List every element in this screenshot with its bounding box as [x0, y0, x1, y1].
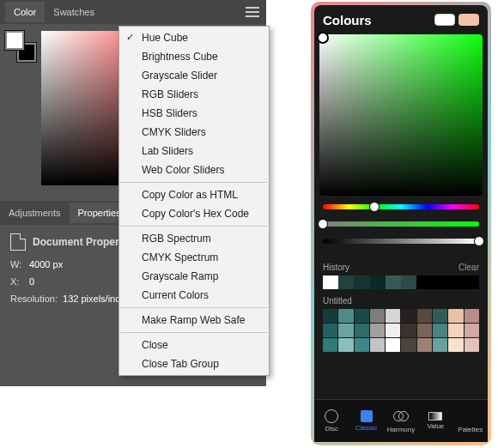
mode-harmony[interactable]: Harmony — [385, 409, 417, 433]
width-label: W: — [10, 259, 24, 269]
palette-swatch[interactable] — [370, 324, 385, 337]
palette-swatch[interactable] — [433, 324, 447, 337]
menu-item-rgb-spectrum[interactable]: RGB Spectrum — [119, 229, 269, 248]
history-swatch[interactable] — [354, 275, 369, 289]
panel-menu-icon[interactable] — [246, 7, 259, 17]
palette-swatch[interactable] — [465, 324, 479, 337]
resolution-label: Resolution: — [10, 294, 58, 304]
menu-item-current-colors[interactable]: Current Colors — [119, 286, 269, 305]
palette-swatch[interactable] — [465, 338, 479, 352]
palette-swatch[interactable] — [417, 338, 432, 352]
hsb-sliders — [314, 196, 488, 259]
history-swatch[interactable] — [338, 275, 354, 289]
history-section: History Clear — [314, 259, 488, 293]
history-swatch[interactable] — [416, 275, 432, 289]
saturation-slider-thumb[interactable] — [318, 219, 328, 229]
x-label: X: — [10, 276, 24, 287]
palette-swatch[interactable] — [465, 309, 479, 323]
menu-item-web-color-sliders[interactable]: Web Color Sliders — [119, 160, 269, 179]
palette-swatch[interactable] — [323, 338, 337, 352]
menu-item-close[interactable]: Close — [119, 336, 269, 354]
menu-item-cmyk-sliders[interactable]: CMYK Sliders — [119, 123, 269, 142]
menu-item-lab-sliders[interactable]: Lab Sliders — [119, 142, 269, 160]
palette-swatch[interactable] — [417, 309, 432, 323]
mode-disc[interactable]: Disc — [315, 409, 348, 433]
history-swatch[interactable] — [464, 275, 479, 289]
menu-item-hue-cube[interactable]: Hue Cube✓ — [119, 28, 269, 47]
history-clear-button[interactable]: Clear — [459, 263, 479, 272]
palette-swatch[interactable] — [448, 338, 463, 352]
document-icon — [10, 233, 26, 251]
palette-swatch[interactable] — [401, 309, 416, 323]
mode-palettes[interactable]: Palettes — [454, 409, 487, 433]
menu-item-grayscale-slider[interactable]: Grayscale Slider — [119, 66, 269, 85]
menu-item-rgb-sliders[interactable]: RGB Sliders — [119, 85, 269, 104]
menu-item-close-tab-group[interactable]: Close Tab Group — [119, 354, 269, 373]
brightness-slider-thumb[interactable] — [474, 236, 484, 246]
palette-swatch[interactable] — [355, 324, 369, 337]
palette-swatch[interactable] — [323, 309, 337, 323]
palette-swatch[interactable] — [401, 324, 416, 337]
history-swatch[interactable] — [386, 275, 401, 289]
palette-swatch[interactable] — [338, 324, 353, 337]
value-icon — [428, 412, 442, 421]
palette-swatch[interactable] — [433, 309, 447, 323]
history-swatch[interactable] — [448, 275, 464, 289]
secondary-colour-chip[interactable] — [459, 14, 479, 26]
tab-color[interactable]: Color — [5, 2, 45, 22]
palette-swatch[interactable] — [448, 309, 463, 323]
x-value[interactable]: 0 — [29, 276, 34, 287]
palette-swatch[interactable] — [417, 324, 432, 337]
palette-grid — [323, 309, 479, 352]
history-swatch[interactable] — [401, 275, 416, 289]
primary-colour-chip[interactable] — [434, 14, 455, 26]
palette-swatch[interactable] — [323, 324, 337, 337]
palette-swatch[interactable] — [386, 338, 400, 352]
mode-classic[interactable]: Classic — [350, 410, 383, 432]
hue-slider[interactable] — [323, 204, 479, 209]
history-swatch[interactable] — [432, 275, 447, 289]
saturation-slider[interactable] — [323, 221, 479, 227]
menu-item-hsb-sliders[interactable]: HSB Sliders — [119, 104, 269, 123]
palette-swatch[interactable] — [355, 338, 369, 352]
palette-swatch[interactable] — [433, 338, 447, 352]
palette-swatch[interactable] — [338, 338, 353, 352]
tab-adjustments[interactable]: Adjustments — [0, 203, 70, 223]
history-swatch[interactable] — [370, 275, 386, 289]
palette-swatch[interactable] — [401, 338, 416, 352]
menu-item-brightness-cube[interactable]: Brightness Cube — [119, 47, 269, 66]
tab-swatches[interactable]: Swatches — [45, 2, 103, 22]
menu-item-copy-color-s-hex-code[interactable]: Copy Color's Hex Code — [119, 204, 269, 223]
classic-colour-field[interactable] — [319, 34, 483, 196]
procreate-background: Colours History Clear Untitled — [311, 2, 491, 445]
palette-swatch[interactable] — [386, 309, 400, 323]
colours-header: Colours — [314, 5, 488, 34]
palette-swatch[interactable] — [338, 309, 353, 323]
colours-title: Colours — [323, 13, 431, 27]
menu-item-cmyk-spectrum[interactable]: CMYK Spectrum — [119, 248, 269, 267]
brightness-slider[interactable] — [323, 239, 479, 244]
menu-item-grayscale-ramp[interactable]: Grayscale Ramp — [119, 267, 269, 286]
palette-swatch[interactable] — [355, 309, 369, 323]
hue-slider-thumb[interactable] — [369, 202, 380, 212]
palette-swatch[interactable] — [386, 324, 400, 337]
mode-value[interactable]: Value — [419, 412, 452, 430]
history-swatch[interactable] — [323, 275, 338, 289]
menu-separator — [120, 182, 268, 183]
resolution-value[interactable]: 132 pixels/inch — [63, 294, 125, 304]
menu-item-copy-color-as-html[interactable]: Copy Color as HTML — [119, 185, 269, 204]
palette-swatch[interactable] — [370, 309, 385, 323]
foreground-swatch[interactable] — [5, 31, 24, 50]
classic-icon — [361, 410, 373, 422]
foreground-background-swatches[interactable] — [5, 31, 36, 62]
palette-label: Untitled — [323, 296, 352, 306]
palette-swatch[interactable] — [448, 324, 463, 337]
menu-separator — [120, 332, 268, 333]
palette-swatch[interactable] — [370, 338, 385, 352]
disc-icon — [325, 409, 338, 423]
colour-picker-dot[interactable] — [317, 32, 329, 44]
check-icon: ✓ — [126, 32, 134, 43]
menu-item-make-ramp-web-safe[interactable]: Make Ramp Web Safe — [119, 311, 269, 330]
color-panel-flyout-menu: Hue Cube✓Brightness CubeGrayscale Slider… — [118, 26, 270, 376]
width-value[interactable]: 4000 px — [29, 259, 63, 269]
